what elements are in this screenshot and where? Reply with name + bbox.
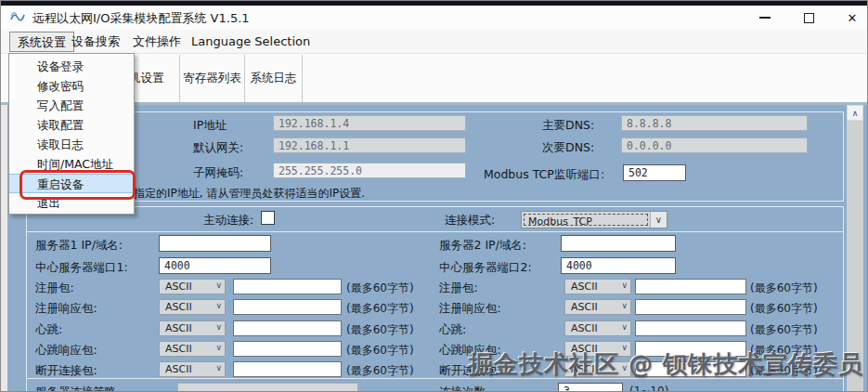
packet-input[interactable] xyxy=(635,279,746,294)
max-bytes-note: (最多60字节) xyxy=(750,281,818,296)
menu-item-write-config[interactable]: 写入配置 xyxy=(9,96,134,115)
title-bar: 远程以太网I/O采集模块配置系统 V1.5.1 ✕ xyxy=(1,6,868,30)
server2-ip-label: 服务器2 IP/域名: xyxy=(439,238,526,254)
group-divider-top xyxy=(26,231,844,232)
max-bytes-note: (最多60字节) xyxy=(346,301,414,317)
encoding-select[interactable]: ASCII∨ xyxy=(564,299,631,315)
server2-ip-input[interactable] xyxy=(561,235,676,252)
menu-file-operations[interactable]: 文件操作 xyxy=(125,32,188,52)
minimize-button[interactable] xyxy=(755,8,775,27)
max-bytes-note: (最多60字节) xyxy=(750,301,818,317)
packet-input[interactable] xyxy=(233,279,342,294)
server-strategy-input[interactable] xyxy=(177,383,358,392)
encoding-select[interactable]: ASCII∨ xyxy=(159,279,226,294)
modbus-port-input[interactable] xyxy=(623,164,686,181)
chevron-down-icon: ∨ xyxy=(621,301,628,310)
encoding-select[interactable]: ASCII∨ xyxy=(159,341,226,357)
max-bytes-note: (最多60字节) xyxy=(750,322,818,338)
connection-mode-select[interactable]: Modbus_TCP ∨ xyxy=(521,211,667,229)
ip-input[interactable] xyxy=(273,115,466,131)
chevron-down-icon: ∨ xyxy=(215,301,222,310)
menu-device-search[interactable]: 设备搜索 xyxy=(64,32,127,52)
ip-label: IP地址 xyxy=(193,118,227,134)
menu-item-device-login[interactable]: 设备登录 xyxy=(9,57,134,76)
chevron-up-icon: ∧ xyxy=(852,109,859,118)
max-bytes-note: (最多60字节) xyxy=(346,363,414,379)
packet-label: 注册响应包: xyxy=(35,301,97,317)
mode-label: 连接模式: xyxy=(445,213,495,229)
packet-label: 心跳: xyxy=(439,322,466,338)
connect-count-label: 连接次数 xyxy=(439,385,486,392)
active-connect-label: 主动连接: xyxy=(203,213,253,229)
packet-label: 断开连接包: xyxy=(35,363,97,379)
left-gutter xyxy=(1,105,7,392)
chevron-down-icon: ∨ xyxy=(621,322,628,332)
scroll-up-button[interactable]: ∧ xyxy=(847,105,863,121)
red-annotation-box xyxy=(19,170,136,200)
encoding-select[interactable]: ASCII∨ xyxy=(159,361,226,377)
tab-system-log[interactable]: 系统日志 xyxy=(245,55,303,102)
encoding-select[interactable]: ASCII∨ xyxy=(564,279,631,294)
watermark-text: 掘金技术社区 @ 钡铼技术宣传委员 xyxy=(469,348,863,381)
gateway-input[interactable] xyxy=(273,137,466,153)
packet-input[interactable] xyxy=(233,341,342,357)
encoding-select[interactable]: ASCII∨ xyxy=(564,320,631,336)
encoding-select[interactable]: ASCII∨ xyxy=(159,320,226,336)
menu-bar: 系统设置 设备搜索 文件操作 Language Selection xyxy=(1,30,868,54)
packet-label: 注册响应包: xyxy=(439,301,501,317)
server1-ip-input[interactable] xyxy=(159,235,271,252)
packet-input[interactable] xyxy=(233,320,342,336)
active-connect-checkbox[interactable] xyxy=(261,211,275,225)
server2-port-label: 中心服务器端口2: xyxy=(439,260,532,276)
connection-mode-value: Modbus_TCP xyxy=(524,214,648,226)
menu-item-change-password[interactable]: 修改密码 xyxy=(9,76,134,96)
ip-hint-text: 指定的IP地址, 请从管理员处获得适当的IP设置. xyxy=(134,186,365,202)
packet-input[interactable] xyxy=(233,361,342,377)
packet-label: 心跳响应包: xyxy=(35,343,97,359)
server1-port-label: 中心服务器端口1: xyxy=(35,260,128,276)
max-bytes-note: (最多60字节) xyxy=(346,281,414,296)
minimize-icon xyxy=(759,17,771,19)
chevron-down-icon: ∨ xyxy=(650,212,667,228)
mask-input[interactable] xyxy=(273,163,466,178)
dns1-input[interactable] xyxy=(621,115,808,131)
app-icon xyxy=(9,10,26,24)
mask-label: 子网掩码: xyxy=(193,165,243,181)
gateway-label: 默认网关: xyxy=(193,140,243,156)
menu-item-read-log[interactable]: 读取日志 xyxy=(9,135,134,154)
packet-input[interactable] xyxy=(635,299,746,315)
connect-count-input[interactable] xyxy=(558,383,623,392)
packet-label: 注册包: xyxy=(35,281,74,296)
server-strategy-label: 服务器连接策略 xyxy=(35,385,117,392)
chevron-down-icon: ∨ xyxy=(215,281,222,290)
dns2-input[interactable] xyxy=(621,137,808,153)
chevron-down-icon: ∨ xyxy=(215,322,222,332)
tab-register-list[interactable]: 寄存器列表 xyxy=(180,55,245,102)
server1-ip-label: 服务器1 IP/域名: xyxy=(35,238,123,254)
menu-language-selection[interactable]: Language Selection xyxy=(184,32,317,52)
menu-item-read-config[interactable]: 读取配置 xyxy=(9,115,134,135)
max-bytes-note: (最多60字节) xyxy=(346,343,414,359)
packet-label: 注册包: xyxy=(439,281,478,296)
modbus-port-label: Modbus TCP监听端口: xyxy=(484,167,604,183)
server2-port-input[interactable] xyxy=(561,257,676,274)
close-button[interactable]: ✕ xyxy=(842,8,862,27)
app-window: 远程以太网I/O采集模块配置系统 V1.5.1 ✕ 系统设置 设备搜索 文件操作… xyxy=(0,0,868,392)
max-bytes-note: (最多60字节) xyxy=(346,322,414,338)
packet-input[interactable] xyxy=(233,299,342,315)
chevron-down-icon: ∨ xyxy=(621,281,628,290)
maximize-icon xyxy=(804,13,814,23)
maximize-button[interactable] xyxy=(798,8,819,27)
encoding-select[interactable]: ASCII∨ xyxy=(159,299,226,315)
dns1-label: 主要DNS: xyxy=(542,118,594,134)
chevron-down-icon: ∨ xyxy=(215,343,222,352)
packet-label: 心跳: xyxy=(35,322,62,338)
server1-port-input[interactable] xyxy=(159,257,271,274)
connect-count-range: (1~10) xyxy=(629,385,668,392)
window-title: 远程以太网I/O采集模块配置系统 V1.5.1 xyxy=(32,10,250,27)
dns2-label: 次要DNS: xyxy=(542,140,594,156)
packet-input[interactable] xyxy=(635,320,746,336)
chevron-down-icon: ∨ xyxy=(215,363,222,372)
